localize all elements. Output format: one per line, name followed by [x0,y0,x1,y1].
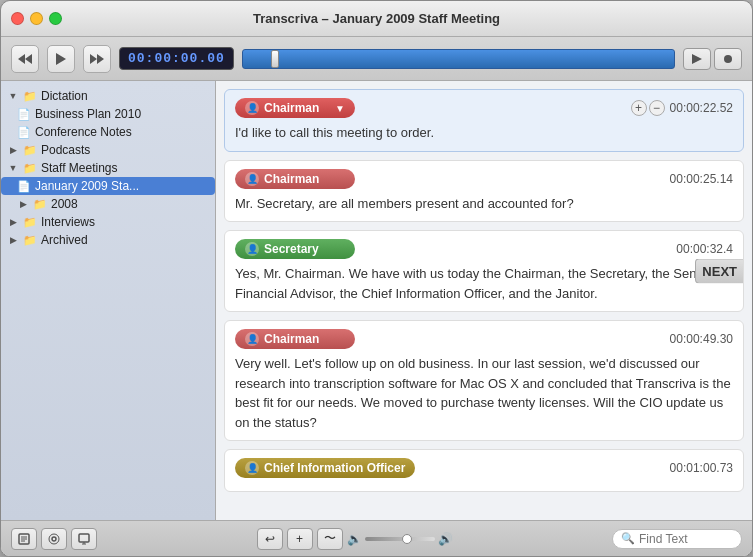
sidebar-item-conference-notes[interactable]: 📄 Conference Notes [1,123,215,141]
volume-thumb[interactable] [402,534,412,544]
speaker-name-5: Chief Information Officer [264,461,405,475]
maximize-button[interactable] [49,12,62,25]
entry-header-2: 👤 Chairman 00:00:25.14 [235,169,733,189]
window-title: Transcriva – January 2009 Staff Meeting [253,11,500,26]
sidebar-label-archived: Archived [41,233,88,247]
svg-point-6 [724,55,732,63]
notes-button[interactable] [11,528,37,550]
file-icon-jan2009: 📄 [17,180,31,193]
speaker-avatar-2: 👤 [245,172,259,186]
entry-controls-1: + − 00:00:22.52 [631,100,733,116]
titlebar: Transcriva – January 2009 Staff Meeting [1,1,752,37]
svg-marker-5 [692,54,702,64]
speaker-name-1: Chairman [264,101,319,115]
sidebar-label-staff-meetings: Staff Meetings [41,161,118,175]
sidebar-item-dictation[interactable]: ▼ 📁 Dictation [1,87,215,105]
entry-header-5: 👤 Chief Information Officer 00:01:00.73 [235,458,733,478]
svg-marker-2 [56,53,66,65]
timestamp-1: 00:00:22.52 [670,101,733,115]
speaker-badge-2[interactable]: 👤 Chairman [235,169,355,189]
search-icon: 🔍 [621,532,635,545]
loop-button[interactable]: ↩ [257,528,283,550]
folder-icon-interviews: 📁 [23,216,37,229]
folder-icon-dictation: 📁 [23,90,37,103]
time-display: 00:00:00.00 [119,47,234,70]
speaker-avatar-1: 👤 [245,101,259,115]
timestamp-2: 00:00:25.14 [670,172,733,186]
minimize-button[interactable] [30,12,43,25]
wave-button[interactable]: 〜 [317,528,343,550]
settings-button[interactable] [41,528,67,550]
timestamp-4: 00:00:49.30 [670,332,733,346]
speaker-badge-5[interactable]: 👤 Chief Information Officer [235,458,415,478]
disclosure-podcasts: ▶ [7,144,19,156]
speaker-badge-3[interactable]: 👤 Secretary [235,239,355,259]
speaker-badge-1[interactable]: 👤 Chairman ▼ [235,98,355,118]
speaker-badge-4[interactable]: 👤 Chairman [235,329,355,349]
svg-marker-4 [97,54,104,64]
display-button[interactable] [71,528,97,550]
sidebar-item-jan2009[interactable]: 📄 January 2009 Sta... [1,177,215,195]
volume-control: 🔈 🔊 [347,532,453,546]
record-button[interactable] [714,48,742,70]
sidebar: ▼ 📁 Dictation 📄 Business Plan 2010 📄 Con… [1,81,216,520]
window-buttons [11,12,62,25]
transcript-entry-4: 👤 Chairman 00:00:49.30 Very well. Let's … [224,320,744,441]
file-icon-business-plan: 📄 [17,108,31,121]
folder-icon-staff-meetings: 📁 [23,162,37,175]
add-marker-button[interactable]: + [287,528,313,550]
timestamp-3: 00:00:32.4 [676,242,733,256]
folder-icon-2008: 📁 [33,198,47,211]
sidebar-item-podcasts[interactable]: ▶ 📁 Podcasts [1,141,215,159]
sidebar-label-conference-notes: Conference Notes [35,125,132,139]
sidebar-label-jan2009: January 2009 Sta... [35,179,139,193]
sidebar-item-business-plan[interactable]: 📄 Business Plan 2010 [1,105,215,123]
disclosure-staff-meetings: ▼ [7,162,19,174]
sidebar-label-business-plan: Business Plan 2010 [35,107,141,121]
volume-slider[interactable] [365,537,435,541]
volume-high-icon: 🔊 [438,532,453,546]
entry-header-1: 👤 Chairman ▼ + − 00:00:22.52 [235,98,733,118]
sidebar-label-podcasts: Podcasts [41,143,90,157]
play-record-group [683,48,742,70]
fast-forward-button[interactable] [83,45,111,73]
entry-header-3: 👤 Secretary 00:00:32.4 [235,239,733,259]
progress-thumb[interactable] [271,50,279,68]
remove-button-1[interactable]: − [649,100,665,116]
disclosure-2008: ▶ [17,198,29,210]
add-button-1[interactable]: + [631,100,647,116]
sidebar-item-interviews[interactable]: ▶ 📁 Interviews [1,213,215,231]
speaker-avatar-5: 👤 [245,461,259,475]
sidebar-item-2008[interactable]: ▶ 📁 2008 [1,195,215,213]
entry-text-1: I'd like to call this meeting to order. [235,123,733,143]
next-button[interactable]: NEXT [695,259,743,284]
disclosure-interviews: ▶ [7,216,19,228]
volume-low-icon: 🔈 [347,532,362,546]
sidebar-item-archived[interactable]: ▶ 📁 Archived [1,231,215,249]
svg-marker-1 [25,54,32,64]
main-area: ▼ 📁 Dictation 📄 Business Plan 2010 📄 Con… [1,81,752,520]
sidebar-label-dictation: Dictation [41,89,88,103]
speaker-name-3: Secretary [264,242,319,256]
toolbar: 00:00:00.00 [1,37,752,81]
speaker-avatar-3: 👤 [245,242,259,256]
speaker-avatar-4: 👤 [245,332,259,346]
close-button[interactable] [11,12,24,25]
bottom-toolbar: ↩ + 〜 🔈 🔊 🔍 [1,520,752,556]
rewind-button[interactable] [11,45,39,73]
speaker-dropdown-icon-1[interactable]: ▼ [335,103,345,114]
folder-icon-archived: 📁 [23,234,37,247]
sidebar-item-staff-meetings[interactable]: ▼ 📁 Staff Meetings [1,159,215,177]
play-button[interactable] [47,45,75,73]
folder-icon-podcasts: 📁 [23,144,37,157]
speaker-name-4: Chairman [264,332,319,346]
search-box[interactable]: 🔍 [612,529,742,549]
progress-bar[interactable] [242,49,675,69]
entry-header-4: 👤 Chairman 00:00:49.30 [235,329,733,349]
search-input[interactable] [639,532,729,546]
transcript-entry-2: 👤 Chairman 00:00:25.14 Mr. Secretary, ar… [224,160,744,223]
bottom-right-tools: 🔍 [612,529,742,549]
play-button-2[interactable] [683,48,711,70]
svg-marker-0 [18,54,25,64]
entry-text-2: Mr. Secretary, are all members present a… [235,194,733,214]
